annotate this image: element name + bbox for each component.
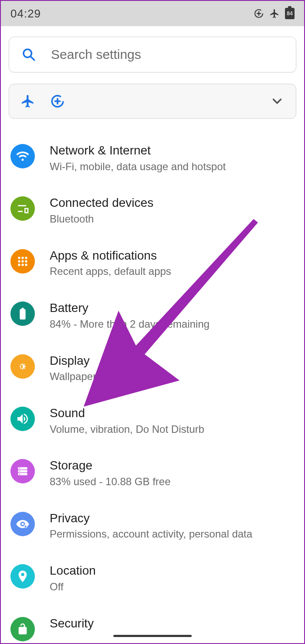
item-title: Storage [50, 458, 171, 473]
status-bar: 04:29 84 [1, 1, 304, 26]
svg-point-7 [25, 260, 27, 262]
item-subtitle: Wallpaper, sleep, font size [50, 370, 171, 383]
svg-point-10 [25, 264, 27, 266]
item-subtitle: Off [50, 581, 96, 593]
battery-icon: 84 [285, 8, 295, 19]
settings-item-display[interactable]: Display Wallpaper, sleep, font size [9, 342, 296, 394]
settings-item-sound[interactable]: Sound Volume, vibration, Do Not Disturb [9, 394, 296, 447]
svg-point-3 [21, 257, 24, 259]
airplane-mode-icon [20, 94, 35, 109]
svg-point-6 [21, 260, 24, 262]
devices-icon [10, 196, 35, 221]
settings-screen: 04:29 84 Search settings Network & Inter… [0, 0, 305, 644]
item-title: Battery [50, 301, 210, 315]
privacy-icon [10, 512, 35, 536]
search-icon [21, 47, 36, 62]
search-bar[interactable]: Search settings [9, 37, 296, 72]
item-title: Security [50, 616, 94, 631]
gesture-bar [113, 635, 192, 637]
data-saver-icon [254, 8, 264, 19]
item-subtitle: 84% - More than 2 days remaining [50, 318, 210, 331]
svg-point-4 [25, 257, 27, 259]
item-subtitle: Wi-Fi, mobile, data usage and hotspot [50, 161, 226, 173]
item-subtitle: Volume, vibration, Do Not Disturb [50, 423, 204, 436]
chevron-down-icon [270, 94, 285, 109]
svg-point-17 [19, 474, 20, 475]
settings-item-connected-devices[interactable]: Connected devices Bluetooth [9, 184, 296, 236]
battery-icon [10, 301, 35, 326]
wifi-icon [10, 144, 35, 168]
display-icon [10, 354, 35, 379]
item-title: Display [50, 353, 171, 368]
svg-point-8 [18, 264, 20, 266]
airplane-mode-icon [269, 8, 280, 19]
location-icon [10, 564, 35, 589]
settings-item-network[interactable]: Network & Internet Wi-Fi, mobile, data u… [9, 132, 296, 184]
svg-point-2 [18, 257, 20, 259]
status-icons: 84 [254, 8, 295, 19]
item-subtitle: Recent apps, default apps [50, 265, 171, 278]
svg-point-18 [21, 523, 24, 525]
security-icon [10, 617, 35, 641]
settings-item-location[interactable]: Location Off [9, 552, 296, 604]
search-placeholder: Search settings [51, 47, 141, 62]
svg-point-15 [19, 468, 20, 469]
settings-list: Network & Internet Wi-Fi, mobile, data u… [9, 119, 296, 641]
item-subtitle: Bluetooth [50, 213, 153, 226]
quick-status-bar[interactable] [9, 84, 296, 119]
item-title: Apps & notifications [50, 248, 171, 263]
data-saver-icon [50, 94, 65, 109]
apps-icon [10, 249, 35, 274]
svg-point-5 [18, 260, 20, 262]
svg-point-9 [21, 264, 24, 266]
item-subtitle: Permissions, account activity, personal … [50, 528, 252, 541]
status-time: 04:29 [10, 7, 41, 21]
item-title: Connected devices [50, 195, 153, 210]
item-subtitle: 83% used - 10.88 GB free [50, 476, 171, 488]
item-title: Network & Internet [50, 143, 226, 158]
settings-item-apps[interactable]: Apps & notifications Recent apps, defaul… [9, 237, 296, 289]
item-title: Location [50, 563, 96, 578]
storage-icon [10, 459, 35, 483]
settings-item-storage[interactable]: Storage 83% used - 10.88 GB free [9, 447, 296, 499]
item-title: Sound [50, 406, 204, 421]
settings-item-battery[interactable]: Battery 84% - More than 2 days remaining [9, 289, 296, 342]
item-title: Privacy [50, 511, 252, 526]
settings-item-privacy[interactable]: Privacy Permissions, account activity, p… [9, 500, 296, 552]
sound-icon [10, 407, 35, 431]
svg-point-16 [19, 471, 20, 472]
